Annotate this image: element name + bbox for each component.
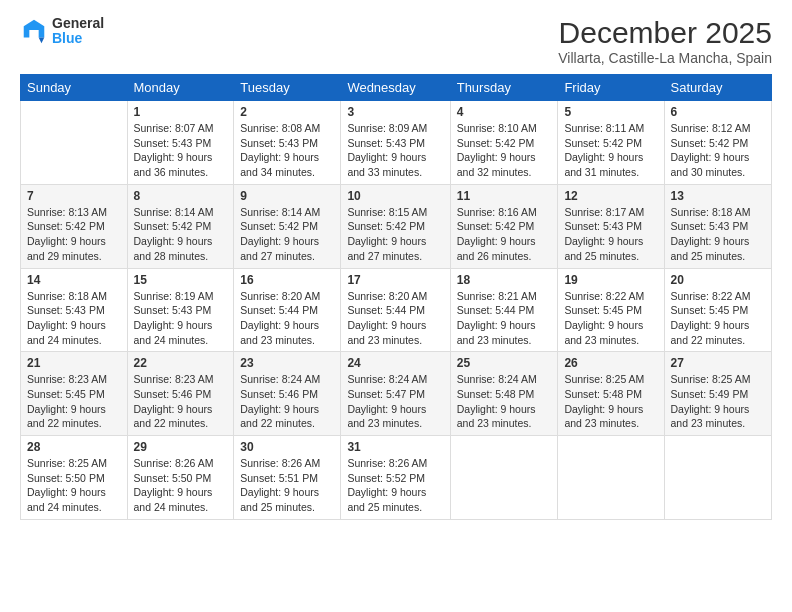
header-saturday: Saturday (664, 75, 772, 101)
day-number-w1-d2: 1 (134, 105, 228, 119)
day-number-w2-d6: 12 (564, 189, 657, 203)
day-number-w1-d7: 6 (671, 105, 766, 119)
svg-marker-0 (24, 20, 45, 38)
calendar-cell-w3-d6: 19Sunrise: 8:22 AM Sunset: 5:45 PM Dayli… (558, 268, 664, 352)
calendar-cell-w5-d3: 30Sunrise: 8:26 AM Sunset: 5:51 PM Dayli… (234, 436, 341, 520)
day-detail-w4-d1: Sunrise: 8:23 AM Sunset: 5:45 PM Dayligh… (27, 372, 121, 431)
day-number-w3-d5: 18 (457, 273, 552, 287)
day-detail-w3-d3: Sunrise: 8:20 AM Sunset: 5:44 PM Dayligh… (240, 289, 334, 348)
calendar-cell-w5-d5 (450, 436, 558, 520)
calendar-cell-w2-d5: 11Sunrise: 8:16 AM Sunset: 5:42 PM Dayli… (450, 184, 558, 268)
day-detail-w4-d4: Sunrise: 8:24 AM Sunset: 5:47 PM Dayligh… (347, 372, 443, 431)
header: General Blue December 2025 Villarta, Cas… (20, 16, 772, 66)
logo-text: General Blue (52, 16, 104, 47)
day-number-w2-d7: 13 (671, 189, 766, 203)
day-detail-w1-d3: Sunrise: 8:08 AM Sunset: 5:43 PM Dayligh… (240, 121, 334, 180)
day-number-w2-d2: 8 (134, 189, 228, 203)
calendar-cell-w4-d6: 26Sunrise: 8:25 AM Sunset: 5:48 PM Dayli… (558, 352, 664, 436)
calendar-cell-w3-d7: 20Sunrise: 8:22 AM Sunset: 5:45 PM Dayli… (664, 268, 772, 352)
header-row: Sunday Monday Tuesday Wednesday Thursday… (21, 75, 772, 101)
day-detail-w3-d2: Sunrise: 8:19 AM Sunset: 5:43 PM Dayligh… (134, 289, 228, 348)
day-detail-w1-d2: Sunrise: 8:07 AM Sunset: 5:43 PM Dayligh… (134, 121, 228, 180)
calendar-cell-w1-d1 (21, 101, 128, 185)
day-detail-w2-d6: Sunrise: 8:17 AM Sunset: 5:43 PM Dayligh… (564, 205, 657, 264)
day-detail-w4-d3: Sunrise: 8:24 AM Sunset: 5:46 PM Dayligh… (240, 372, 334, 431)
day-detail-w2-d3: Sunrise: 8:14 AM Sunset: 5:42 PM Dayligh… (240, 205, 334, 264)
day-number-w4-d3: 23 (240, 356, 334, 370)
calendar-cell-w5-d4: 31Sunrise: 8:26 AM Sunset: 5:52 PM Dayli… (341, 436, 450, 520)
day-detail-w1-d5: Sunrise: 8:10 AM Sunset: 5:42 PM Dayligh… (457, 121, 552, 180)
calendar-cell-w1-d4: 3Sunrise: 8:09 AM Sunset: 5:43 PM Daylig… (341, 101, 450, 185)
day-number-w3-d2: 15 (134, 273, 228, 287)
day-number-w4-d7: 27 (671, 356, 766, 370)
day-number-w1-d4: 3 (347, 105, 443, 119)
day-detail-w2-d1: Sunrise: 8:13 AM Sunset: 5:42 PM Dayligh… (27, 205, 121, 264)
header-monday: Monday (127, 75, 234, 101)
header-friday: Friday (558, 75, 664, 101)
day-number-w3-d1: 14 (27, 273, 121, 287)
calendar-cell-w5-d2: 29Sunrise: 8:26 AM Sunset: 5:50 PM Dayli… (127, 436, 234, 520)
calendar-cell-w2-d3: 9Sunrise: 8:14 AM Sunset: 5:42 PM Daylig… (234, 184, 341, 268)
day-number-w2-d4: 10 (347, 189, 443, 203)
day-number-w5-d3: 30 (240, 440, 334, 454)
day-detail-w3-d1: Sunrise: 8:18 AM Sunset: 5:43 PM Dayligh… (27, 289, 121, 348)
day-detail-w5-d3: Sunrise: 8:26 AM Sunset: 5:51 PM Dayligh… (240, 456, 334, 515)
calendar-cell-w4-d7: 27Sunrise: 8:25 AM Sunset: 5:49 PM Dayli… (664, 352, 772, 436)
day-number-w5-d1: 28 (27, 440, 121, 454)
day-detail-w5-d4: Sunrise: 8:26 AM Sunset: 5:52 PM Dayligh… (347, 456, 443, 515)
day-number-w2-d5: 11 (457, 189, 552, 203)
logo-icon (20, 17, 48, 45)
calendar-cell-w1-d6: 5Sunrise: 8:11 AM Sunset: 5:42 PM Daylig… (558, 101, 664, 185)
header-tuesday: Tuesday (234, 75, 341, 101)
week-row-3: 14Sunrise: 8:18 AM Sunset: 5:43 PM Dayli… (21, 268, 772, 352)
logo-blue-text: Blue (52, 31, 104, 46)
day-detail-w5-d1: Sunrise: 8:25 AM Sunset: 5:50 PM Dayligh… (27, 456, 121, 515)
week-row-5: 28Sunrise: 8:25 AM Sunset: 5:50 PM Dayli… (21, 436, 772, 520)
day-number-w2-d3: 9 (240, 189, 334, 203)
calendar-cell-w1-d7: 6Sunrise: 8:12 AM Sunset: 5:42 PM Daylig… (664, 101, 772, 185)
week-row-2: 7Sunrise: 8:13 AM Sunset: 5:42 PM Daylig… (21, 184, 772, 268)
calendar-cell-w1-d5: 4Sunrise: 8:10 AM Sunset: 5:42 PM Daylig… (450, 101, 558, 185)
day-detail-w4-d2: Sunrise: 8:23 AM Sunset: 5:46 PM Dayligh… (134, 372, 228, 431)
calendar-cell-w2-d6: 12Sunrise: 8:17 AM Sunset: 5:43 PM Dayli… (558, 184, 664, 268)
day-number-w3-d3: 16 (240, 273, 334, 287)
day-detail-w4-d7: Sunrise: 8:25 AM Sunset: 5:49 PM Dayligh… (671, 372, 766, 431)
day-number-w1-d6: 5 (564, 105, 657, 119)
day-number-w2-d1: 7 (27, 189, 121, 203)
calendar-cell-w3-d1: 14Sunrise: 8:18 AM Sunset: 5:43 PM Dayli… (21, 268, 128, 352)
calendar-cell-w1-d3: 2Sunrise: 8:08 AM Sunset: 5:43 PM Daylig… (234, 101, 341, 185)
day-detail-w3-d4: Sunrise: 8:20 AM Sunset: 5:44 PM Dayligh… (347, 289, 443, 348)
day-detail-w5-d2: Sunrise: 8:26 AM Sunset: 5:50 PM Dayligh… (134, 456, 228, 515)
header-wednesday: Wednesday (341, 75, 450, 101)
day-detail-w2-d5: Sunrise: 8:16 AM Sunset: 5:42 PM Dayligh… (457, 205, 552, 264)
calendar-cell-w4-d3: 23Sunrise: 8:24 AM Sunset: 5:46 PM Dayli… (234, 352, 341, 436)
day-number-w4-d2: 22 (134, 356, 228, 370)
day-detail-w3-d7: Sunrise: 8:22 AM Sunset: 5:45 PM Dayligh… (671, 289, 766, 348)
calendar-cell-w4-d1: 21Sunrise: 8:23 AM Sunset: 5:45 PM Dayli… (21, 352, 128, 436)
calendar-cell-w2-d1: 7Sunrise: 8:13 AM Sunset: 5:42 PM Daylig… (21, 184, 128, 268)
svg-marker-1 (39, 38, 45, 44)
day-number-w4-d5: 25 (457, 356, 552, 370)
day-detail-w4-d5: Sunrise: 8:24 AM Sunset: 5:48 PM Dayligh… (457, 372, 552, 431)
day-number-w4-d1: 21 (27, 356, 121, 370)
calendar-cell-w3-d5: 18Sunrise: 8:21 AM Sunset: 5:44 PM Dayli… (450, 268, 558, 352)
calendar-cell-w2-d4: 10Sunrise: 8:15 AM Sunset: 5:42 PM Dayli… (341, 184, 450, 268)
day-number-w4-d6: 26 (564, 356, 657, 370)
calendar-cell-w3-d2: 15Sunrise: 8:19 AM Sunset: 5:43 PM Dayli… (127, 268, 234, 352)
calendar-cell-w2-d2: 8Sunrise: 8:14 AM Sunset: 5:42 PM Daylig… (127, 184, 234, 268)
day-number-w1-d3: 2 (240, 105, 334, 119)
calendar-cell-w3-d3: 16Sunrise: 8:20 AM Sunset: 5:44 PM Dayli… (234, 268, 341, 352)
day-number-w3-d4: 17 (347, 273, 443, 287)
day-detail-w1-d4: Sunrise: 8:09 AM Sunset: 5:43 PM Dayligh… (347, 121, 443, 180)
calendar-cell-w3-d4: 17Sunrise: 8:20 AM Sunset: 5:44 PM Dayli… (341, 268, 450, 352)
calendar-cell-w5-d7 (664, 436, 772, 520)
title-block: December 2025 Villarta, Castille-La Manc… (558, 16, 772, 66)
day-detail-w4-d6: Sunrise: 8:25 AM Sunset: 5:48 PM Dayligh… (564, 372, 657, 431)
page: General Blue December 2025 Villarta, Cas… (0, 0, 792, 612)
logo: General Blue (20, 16, 104, 47)
calendar-cell-w5-d1: 28Sunrise: 8:25 AM Sunset: 5:50 PM Dayli… (21, 436, 128, 520)
calendar-subtitle: Villarta, Castille-La Mancha, Spain (558, 50, 772, 66)
week-row-4: 21Sunrise: 8:23 AM Sunset: 5:45 PM Dayli… (21, 352, 772, 436)
day-detail-w3-d6: Sunrise: 8:22 AM Sunset: 5:45 PM Dayligh… (564, 289, 657, 348)
header-thursday: Thursday (450, 75, 558, 101)
